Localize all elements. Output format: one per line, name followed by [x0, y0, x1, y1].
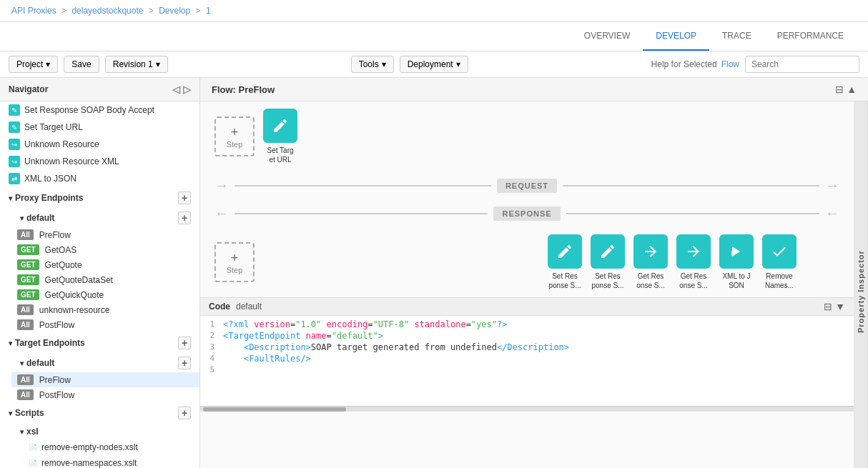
- response-pipeline-row: ← RESPONSE ←: [200, 199, 854, 227]
- target-endpoints-chevron: [9, 339, 12, 347]
- policy-get-response-s-1-label: Get Resonse S...: [636, 272, 664, 290]
- section-proxy-endpoints[interactable]: Proxy Endpoints +: [0, 187, 199, 209]
- breadcrumb-revision[interactable]: 1: [206, 6, 211, 16]
- code-expand-icon[interactable]: ⊟: [824, 301, 832, 312]
- add-step-request[interactable]: + Step: [214, 116, 255, 156]
- tab-overview[interactable]: OVERVIEW: [571, 22, 643, 51]
- policy-set-response-s-2[interactable]: Set Response S...: [591, 234, 625, 290]
- policy-xml-to-json[interactable]: {} XML to JSON: [719, 234, 754, 290]
- proxy-endpoints-add[interactable]: +: [178, 191, 191, 204]
- target-default-add[interactable]: +: [178, 357, 191, 369]
- breadcrumb-develop[interactable]: Develop: [159, 6, 190, 16]
- tab-trace[interactable]: TRACE: [709, 22, 764, 51]
- code-line-5: 5: [200, 364, 854, 376]
- code-line-4: 4 <FaultRules/>: [200, 353, 854, 364]
- policy-get-response-s-2-icon: [676, 234, 711, 269]
- navigator-header: Navigator ◁ ▷: [0, 78, 199, 101]
- code-line-1: 1 <?xml version="1.0" encoding="UTF-8" s…: [200, 319, 854, 330]
- policy-xml-to-json-icon: {}: [719, 234, 754, 269]
- collapse-icon[interactable]: ▲: [847, 84, 857, 95]
- flow-item-getoas[interactable]: GET GetOAS: [11, 242, 199, 257]
- help-section: Help for Selected Flow: [651, 59, 739, 69]
- nav-item-set-response-soap[interactable]: ✎ Set Response SOAP Body Accept: [0, 101, 199, 119]
- response-arrow-left-icon: ←: [214, 205, 229, 221]
- policy-label-3: Unknown Resource: [24, 139, 99, 149]
- line-content-2: <TargetEndpoint name="default">: [223, 331, 383, 341]
- policy-xml-to-json-label: XML to JSON: [722, 272, 750, 290]
- tab-develop[interactable]: DEVELOP: [643, 22, 709, 51]
- line-num-1: 1: [200, 319, 223, 329]
- deployment-button[interactable]: Deployment ▾: [400, 56, 468, 73]
- nav-item-unknown-resource-xml[interactable]: ↪ Unknown Resource XML: [0, 153, 199, 170]
- code-body[interactable]: 1 <?xml version="1.0" encoding="UTF-8" s…: [200, 316, 854, 406]
- section-scripts[interactable]: Scripts +: [0, 402, 199, 424]
- nav-collapse[interactable]: ◁ ▷: [172, 84, 191, 95]
- policy-set-target-url[interactable]: Set Target URL: [263, 109, 297, 164]
- script-remove-empty-nodes[interactable]: 📄 remove-empty-nodes.xslt: [11, 439, 199, 455]
- add-step-label: Step: [227, 140, 243, 149]
- nav-arrow-left: ◁: [172, 84, 180, 95]
- add-step-plus-icon: +: [231, 125, 239, 140]
- xsl-header[interactable]: xsl: [11, 424, 199, 439]
- flow-item-getquickquote[interactable]: GET GetQuickQuote: [11, 287, 199, 302]
- line-num-2: 2: [200, 331, 223, 341]
- policy-remove-names-icon: [762, 234, 797, 269]
- flow-name-postflow: PostFlow: [39, 320, 74, 330]
- tab-performance[interactable]: PERFORMANCE: [764, 22, 857, 51]
- flow-item-postflow[interactable]: All PostFlow: [11, 317, 199, 332]
- policy-set-response-s-1[interactable]: Set Response S...: [548, 234, 582, 290]
- proxy-default-section: default + All PreFlow GET GetOAS GET Get…: [0, 209, 199, 332]
- breadcrumb-api-proxies[interactable]: API Proxies: [11, 6, 56, 16]
- flow-link[interactable]: Flow: [721, 59, 739, 69]
- tab-bar: OVERVIEW DEVELOP TRACE PERFORMANCE: [0, 22, 868, 51]
- policy-get-response-s-1[interactable]: Get Resonse S...: [633, 234, 668, 290]
- flow-name-preflow: PreFlow: [39, 230, 71, 240]
- property-inspector[interactable]: Property Inspector: [854, 101, 868, 468]
- flow-item-unknown-resource[interactable]: All unknown-resource: [11, 302, 199, 317]
- scripts-chevron: [9, 409, 12, 417]
- tools-button[interactable]: Tools ▾: [351, 56, 394, 73]
- search-input[interactable]: [745, 56, 859, 73]
- nav-item-unknown-resource[interactable]: ↪ Unknown Resource: [0, 136, 199, 153]
- nav-item-xml-to-json[interactable]: ⇄ XML to JSON: [0, 170, 199, 187]
- proxy-default-add[interactable]: +: [178, 211, 191, 224]
- save-button[interactable]: Save: [64, 56, 99, 73]
- proxy-default-header[interactable]: default +: [11, 209, 199, 227]
- flow-item-target-preflow[interactable]: All PreFlow: [11, 372, 199, 387]
- code-scrollbar[interactable]: [200, 406, 854, 412]
- target-default-label: default: [26, 358, 54, 368]
- request-line: [235, 185, 491, 186]
- policy-remove-names[interactable]: RemoveNames...: [762, 234, 797, 290]
- target-endpoints-add[interactable]: +: [178, 337, 191, 349]
- expand-icon[interactable]: ⊟: [835, 84, 844, 95]
- target-default-header[interactable]: default +: [11, 354, 199, 372]
- badge-all-3: All: [17, 319, 34, 330]
- content-area: Flow: PreFlow ⊟ ▲ + Step: [200, 78, 868, 468]
- code-label: Code: [209, 302, 230, 312]
- canvas-area: + Step Set Target URL: [200, 101, 854, 468]
- breadcrumb-proxy-name[interactable]: delayedstockquote: [71, 6, 143, 16]
- flow-item-preflow[interactable]: All PreFlow: [11, 227, 199, 242]
- scripts-add[interactable]: +: [178, 407, 191, 419]
- revision-button[interactable]: Revision 1 ▾: [105, 56, 168, 73]
- policy-label-4: Unknown Resource XML: [24, 156, 119, 166]
- policy-remove-names-label: RemoveNames...: [765, 272, 794, 290]
- sidebar: Navigator ◁ ▷ ✎ Set Response SOAP Body A…: [0, 78, 200, 468]
- policy-set-response-s-1-icon: [548, 234, 582, 269]
- flow-item-getquotedataset[interactable]: GET GetQuoteDataSet: [11, 272, 199, 287]
- policy-set-response-s-2-icon: [591, 234, 625, 269]
- policy-label-2: Set Target URL: [24, 122, 83, 132]
- project-button[interactable]: Project ▾: [9, 56, 58, 73]
- code-collapse-icon[interactable]: ▼: [835, 301, 845, 312]
- flow-item-getquote[interactable]: GET GetQuote: [11, 257, 199, 272]
- flow-item-target-postflow[interactable]: All PostFlow: [11, 387, 199, 402]
- nav-item-set-target-url[interactable]: ✎ Set Target URL: [0, 119, 199, 136]
- policy-get-response-s-1-icon: [633, 234, 668, 269]
- script-remove-namespaces[interactable]: 📄 remove-namespaces.xslt: [11, 455, 199, 468]
- add-step-response[interactable]: + Step: [214, 242, 255, 282]
- code-panel: Code default ⊟ ▼ 1 <?xml version="1.0" e…: [200, 297, 854, 412]
- section-target-endpoints[interactable]: Target Endpoints +: [0, 332, 199, 354]
- request-pipeline-row: → REQUEST →: [200, 171, 854, 199]
- toolbar: Project ▾ Save Revision 1 ▾ Tools ▾ Depl…: [0, 51, 868, 78]
- policy-get-response-s-2[interactable]: Get Resonse S...: [676, 234, 711, 290]
